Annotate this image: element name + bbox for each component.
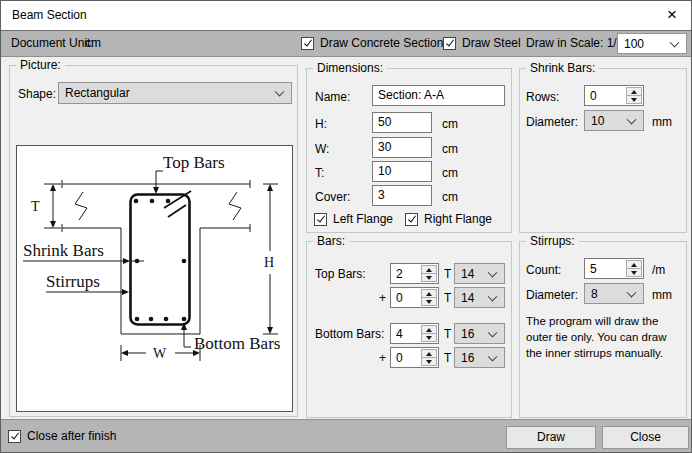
arrow-down-icon <box>426 360 432 364</box>
check-icon <box>445 38 453 47</box>
spin-down-button[interactable] <box>422 298 436 305</box>
shape-label: Shape: <box>18 87 56 101</box>
shrink-bars-group-label: Shrink Bars: <box>526 61 599 75</box>
window-title: Beam Section <box>12 1 87 30</box>
draw-steel-checkbox[interactable]: Draw Steel <box>443 36 521 50</box>
arrow-down-icon <box>426 336 432 340</box>
right-flange-label: Right Flange <box>424 212 492 226</box>
spin-up-button[interactable] <box>627 88 641 96</box>
top-bars-diameter-select[interactable]: 14 <box>454 263 505 284</box>
shrink-diameter-unit: mm <box>652 115 672 129</box>
bottom-bars-diameter-select[interactable]: 16 <box>454 323 505 344</box>
dim-w-label: W <box>153 346 167 361</box>
t-separator: T <box>444 291 451 305</box>
document-unit-label: Document Unit: <box>11 31 94 56</box>
stirrups-count-unit: /m <box>652 263 665 277</box>
window-close-button[interactable]: × <box>653 1 691 30</box>
dim-h-label: H <box>264 255 274 270</box>
close-button[interactable]: Close <box>602 426 689 449</box>
close-after-finish-checkbox[interactable]: Close after finish <box>8 429 116 443</box>
picture-group-label: Picture: <box>16 58 65 72</box>
shrink-rows-spinner[interactable]: 0 <box>584 85 644 106</box>
shrink-diameter-label: Diameter: <box>526 115 578 129</box>
chevron-down-icon <box>627 114 637 124</box>
count-label: Count: <box>526 263 561 277</box>
stirrup-outline <box>131 195 190 325</box>
shrink-bars-group: Shrink Bars: Rows: 0 Diameter: 10 mm <box>519 68 687 233</box>
check-icon <box>316 214 324 223</box>
name-field[interactable]: Section: A-A <box>372 85 505 106</box>
check-icon <box>10 431 18 440</box>
draw-concrete-section-checkbox[interactable]: Draw Concrete Section <box>301 36 443 50</box>
top-bars-leader <box>156 171 163 187</box>
plus-separator: + <box>379 291 386 305</box>
w-unit: cm <box>442 142 458 156</box>
w-field[interactable]: 30 <box>372 137 432 158</box>
arrow-up-icon <box>426 328 432 332</box>
name-label: Name: <box>315 90 350 104</box>
chevron-down-icon <box>275 87 285 97</box>
plus-separator: + <box>379 351 386 365</box>
bars-group: Bars: Top Bars: 2 T 14 + 0 T 14 Bot <box>306 241 512 418</box>
bottom-bars-extra-diameter-select[interactable]: 16 <box>454 347 505 368</box>
bottom-bars-extra-count-spinner[interactable]: 0 <box>390 347 439 368</box>
draw-button[interactable]: Draw <box>506 426 596 449</box>
t-label: T: <box>315 166 324 180</box>
break-symbol-left <box>75 192 87 220</box>
spin-up-button[interactable] <box>627 261 641 269</box>
top-bars-extra-diameter-select[interactable]: 14 <box>454 287 505 308</box>
stirrups-diameter-label: Diameter: <box>526 288 578 302</box>
chevron-down-icon <box>488 291 498 301</box>
diameter-value: 14 <box>461 291 474 305</box>
spin-down-button[interactable] <box>422 358 436 365</box>
t-field[interactable]: 10 <box>372 161 432 182</box>
arrow-down-icon <box>631 98 637 102</box>
shape-select[interactable]: Rectangular <box>58 82 292 104</box>
spin-down-button[interactable] <box>627 269 641 276</box>
chevron-down-icon <box>670 37 680 47</box>
spin-up-button[interactable] <box>422 350 436 358</box>
left-flange-label: Left Flange <box>333 212 393 226</box>
left-flange-checkbox[interactable]: Left Flange <box>314 212 393 226</box>
bottom-bars-diagram-label: Bottom Bars <box>194 334 280 353</box>
cover-unit: cm <box>442 190 458 204</box>
stirrups-group: Stirrups: Count: 5 /m Diameter: 8 mm The… <box>519 241 687 418</box>
spin-up-button[interactable] <box>422 326 436 334</box>
close-icon: × <box>667 5 677 24</box>
top-bars-count-spinner[interactable]: 2 <box>390 263 439 284</box>
arrow-up-icon <box>631 90 637 94</box>
check-icon <box>407 214 415 223</box>
spin-down-button[interactable] <box>422 334 436 341</box>
spinner-buttons <box>421 265 437 282</box>
diameter-value: 8 <box>591 287 598 301</box>
beam-section-dialog: Beam Section × Document Unit: cm Draw Co… <box>0 0 692 453</box>
shrink-bars-diagram-label: Shrink Bars <box>23 241 104 260</box>
top-bars-label: Top Bars: <box>315 267 366 281</box>
top-bars-extra-count-spinner[interactable]: 0 <box>390 287 439 308</box>
scale-select[interactable]: 100 <box>617 33 687 54</box>
spinner-value: 0 <box>396 291 403 305</box>
diameter-value: 10 <box>591 114 604 128</box>
spin-up-button[interactable] <box>422 266 436 274</box>
spin-up-button[interactable] <box>422 290 436 298</box>
stirrups-note: The program will draw the outer tie only… <box>526 313 684 361</box>
stirrups-diameter-select[interactable]: 8 <box>584 283 644 304</box>
h-field[interactable]: 50 <box>372 112 432 133</box>
spinner-buttons <box>626 87 642 104</box>
document-unit-value: cm <box>85 31 101 56</box>
spin-down-button[interactable] <box>627 96 641 103</box>
footer-bar: Close after finish Draw Close <box>1 419 691 452</box>
cover-label: Cover: <box>315 190 350 204</box>
top-bars-diagram-label: Top Bars <box>163 153 225 172</box>
bottom-bars-count-spinner[interactable]: 4 <box>390 323 439 344</box>
rows-label: Rows: <box>526 90 559 104</box>
spin-down-button[interactable] <box>422 274 436 281</box>
shrink-diameter-select[interactable]: 10 <box>584 110 644 131</box>
spinner-value: 0 <box>396 351 403 365</box>
stirrups-count-spinner[interactable]: 5 <box>584 258 644 279</box>
checkbox-box <box>443 37 456 50</box>
right-flange-checkbox[interactable]: Right Flange <box>405 212 492 226</box>
cover-field[interactable]: 3 <box>372 185 432 206</box>
chevron-down-icon <box>488 327 498 337</box>
checkbox-box <box>314 213 327 226</box>
